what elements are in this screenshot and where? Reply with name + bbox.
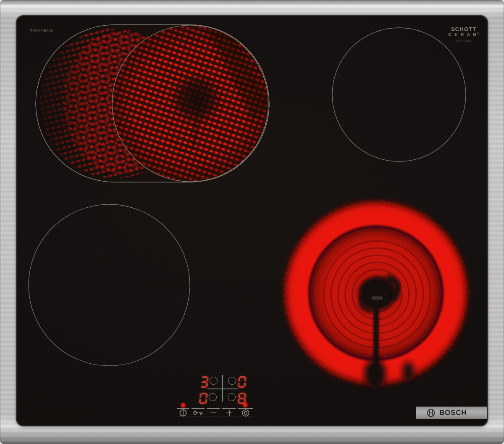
schott-logo-line1: SCHOTT <box>444 26 483 32</box>
glass-print-number: 9001008003 <box>444 40 483 42</box>
minus-icon <box>210 410 217 416</box>
key-icon <box>193 410 204 416</box>
display-divider-horizontal <box>207 388 238 389</box>
ceramic-glass-surface: PKN645BA2E SCHOTT C E R A N® 9001008003 <box>17 16 487 426</box>
zone-rear-right-outline <box>332 28 466 161</box>
zone-indicator-circle-rear-left <box>210 377 218 385</box>
display-digit-front-right <box>238 393 247 404</box>
power-button[interactable] <box>177 408 189 417</box>
schott-logo-line2: C E R A N® <box>444 32 483 37</box>
display-digit-rear-right <box>238 376 247 388</box>
plus-icon <box>226 410 233 416</box>
hob-frame: PKN645BA2E SCHOTT C E R A N® 9001008003 <box>0 0 504 444</box>
minus-button[interactable] <box>207 408 220 417</box>
plus-button[interactable] <box>222 408 236 417</box>
touch-control-panel <box>177 408 253 417</box>
child-lock-button[interactable] <box>192 408 205 417</box>
cooking-zones-graphic <box>17 16 487 426</box>
dual-zone-indicator-dot <box>243 403 247 407</box>
zone-front-right-glow <box>281 198 471 389</box>
registered-mark: ® <box>477 32 479 35</box>
bosch-logo-band: BOSCH <box>416 407 487 419</box>
zone-rear-left-glow <box>36 18 270 182</box>
power-icon <box>179 409 187 417</box>
zone-indicator-circle-front-right <box>228 393 236 401</box>
display-digit-front-left <box>199 393 208 404</box>
model-number-print: PKN645BA2E <box>30 29 53 32</box>
bosch-anchor-icon <box>426 408 436 418</box>
zone-indicator-circle-rear-right <box>228 377 236 385</box>
schott-ceran-logo: SCHOTT C E R A N® <box>444 26 483 37</box>
power-indicator-dot <box>181 403 185 407</box>
dual-zone-button[interactable] <box>238 408 253 417</box>
zone-indicator-circle-front-left <box>209 393 217 401</box>
zone-front-left-outline <box>29 204 190 366</box>
bosch-logo-text: BOSCH <box>439 409 467 417</box>
display-digit-rear-left <box>200 376 209 388</box>
dual-circle-icon <box>242 409 250 417</box>
